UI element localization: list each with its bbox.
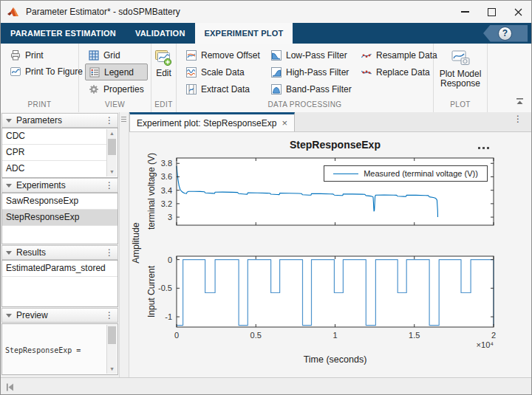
scrollbar-thumb[interactable] <box>108 326 116 344</box>
edit-button[interactable]: Edit <box>151 47 176 78</box>
figure-canvas: 33.23.43.63.800.511.520-0.5-1 StepRespon… <box>129 132 531 377</box>
bottom-y-axis-label: Input Current <box>146 266 157 317</box>
tab-validation[interactable]: VALIDATION <box>126 23 195 44</box>
main-area: Parameters ⋮ CDC CPR ADC ▲ ▼ Experiments… <box>1 112 531 377</box>
svg-text:0: 0 <box>174 331 179 340</box>
status-bar <box>1 377 531 395</box>
parameters-menu-icon[interactable]: ⋮ <box>105 117 114 124</box>
ribbon-group-view: Grid Legend Properties VIEW <box>79 44 151 112</box>
list-item[interactable]: ADC <box>2 161 107 176</box>
scrollbar-thumb[interactable] <box>108 139 116 155</box>
preview-menu-icon[interactable]: ⋮ <box>105 312 114 319</box>
svg-text:3.6: 3.6 <box>161 172 172 181</box>
print-to-figure-button[interactable]: Print To Figure <box>7 63 75 79</box>
collapse-sidebar-button[interactable] <box>5 382 15 395</box>
svg-text:3.2: 3.2 <box>161 199 172 208</box>
high-pass-filter-button[interactable]: High-Pass Filter <box>267 64 353 80</box>
extract-data-button[interactable]: Extract Data <box>183 81 263 97</box>
high-pass-filter-icon <box>270 66 282 78</box>
top-y-axis-label: terminal voltage (V) <box>146 153 157 230</box>
scroll-down-icon[interactable]: ▼ <box>107 365 117 374</box>
list-item[interactable]: EstimatedParams_stored <box>2 261 117 277</box>
experiments-menu-icon[interactable]: ⋮ <box>105 182 114 189</box>
document-tab-label: Experiment plot: StepResponseExp <box>137 118 276 128</box>
x-axis-label: Time (seconds) <box>177 354 494 365</box>
plot-title: StepResponseExp <box>177 139 494 151</box>
scroll-down-icon[interactable]: ▼ <box>107 168 117 176</box>
preview-scrollbar[interactable]: ▼ <box>106 325 117 374</box>
maximize-button[interactable] <box>478 1 505 23</box>
preview-pane: StepResponseExp = ' Measured output sign… <box>1 323 118 375</box>
window-title: Parameter Estimator* - sdoSPMBattery <box>26 7 180 17</box>
scroll-up-icon[interactable]: ▲ <box>107 129 117 138</box>
matlab-logo-icon <box>7 6 20 18</box>
low-pass-filter-button[interactable]: Low-Pass Filter <box>267 47 353 63</box>
results-panel-header[interactable]: Results ⋮ <box>1 245 118 260</box>
print-button[interactable]: Print <box>7 47 75 63</box>
plot-model-response-button[interactable]: Plot Model Response <box>434 47 487 89</box>
remove-offset-button[interactable]: Remove Offset <box>183 47 263 63</box>
ribbon-group-edit: Edit EDIT <box>151 44 177 112</box>
document-tab[interactable]: Experiment plot: StepResponseExp × <box>129 112 295 131</box>
parameters-scrollbar[interactable]: ▲ ▼ <box>106 129 117 176</box>
extract-data-icon <box>185 83 197 95</box>
list-item-empty[interactable] <box>2 226 117 241</box>
band-pass-filter-icon <box>270 83 282 95</box>
resample-data-button[interactable]: Resample Data <box>358 47 430 63</box>
plot-legend[interactable]: Measured (terminal voltage (V)) <box>324 165 488 182</box>
grid-button[interactable]: Grid <box>85 47 148 63</box>
minimize-button[interactable] <box>451 1 478 23</box>
svg-text:-0.5: -0.5 <box>158 284 172 292</box>
document-menu-icon[interactable]: ⋮ <box>514 116 522 122</box>
ribbon-group-print: Print Print To Figure PRINT <box>1 44 79 112</box>
preview-line: StepResponseExp = <box>5 346 115 356</box>
help-icon: ? <box>498 27 512 41</box>
experiments-panel-title: Experiments <box>16 180 66 190</box>
legend-icon <box>89 66 100 78</box>
properties-button[interactable]: Properties <box>85 81 148 97</box>
svg-text:-1: -1 <box>165 312 172 321</box>
ribbon-group-data-processing: Remove Offset Scale Data Extract Data Lo… <box>177 44 434 112</box>
preview-panel-header[interactable]: Preview ⋮ <box>1 308 118 323</box>
collapse-ribbon-icon <box>516 97 524 105</box>
tab-experiment-plot[interactable]: EXPERIMENT PLOT <box>195 23 293 44</box>
collapse-ribbon-button[interactable] <box>516 95 524 108</box>
plot-options-icon[interactable] <box>478 147 489 149</box>
svg-text:2: 2 <box>491 331 496 340</box>
collapse-triangle-icon <box>6 184 12 188</box>
panel-splitter[interactable] <box>119 112 129 377</box>
svg-text:3.8: 3.8 <box>161 159 172 168</box>
remove-offset-icon <box>185 49 197 61</box>
list-item[interactable]: CDC <box>2 128 107 145</box>
legend-line-sample <box>333 174 358 174</box>
list-item[interactable]: CPR <box>2 145 107 161</box>
preview-panel-title: Preview <box>16 310 48 320</box>
experiments-list: SawResponseExp StepResponseExp <box>1 193 118 244</box>
close-button[interactable] <box>505 1 531 23</box>
results-menu-icon[interactable]: ⋮ <box>105 249 114 256</box>
document-tab-close-icon[interactable]: × <box>282 117 287 128</box>
edit-group-label: EDIT <box>151 100 176 112</box>
resample-data-icon <box>361 49 372 61</box>
collapse-left-icon <box>5 382 15 392</box>
experiments-panel-header[interactable]: Experiments ⋮ <box>1 178 118 193</box>
print-to-figure-icon <box>10 66 21 78</box>
parameters-list: CDC CPR ADC ▲ ▼ <box>1 128 118 178</box>
results-list: EstimatedParams_stored <box>1 260 118 307</box>
x-axis-multiplier: ×10⁴ <box>447 340 494 349</box>
parameters-panel-header[interactable]: Parameters ⋮ <box>1 113 118 128</box>
band-pass-filter-button[interactable]: Band-Pass Filter <box>267 81 353 97</box>
list-item-selected[interactable]: StepResponseExp <box>2 210 117 226</box>
tab-parameter-estimation[interactable]: PARAMETER ESTIMATION <box>1 23 126 44</box>
printer-icon <box>10 49 21 61</box>
list-item[interactable]: SawResponseExp <box>2 193 117 210</box>
plot-model-response-icon <box>451 49 471 67</box>
replace-data-button[interactable]: Replace Data <box>358 64 430 80</box>
scale-data-button[interactable]: Scale Data <box>183 64 263 80</box>
low-pass-filter-icon <box>270 49 282 61</box>
close-icon <box>514 8 522 16</box>
ribbon-group-plot: Plot Model Response PLOT <box>434 44 488 112</box>
legend-button[interactable]: Legend <box>85 63 148 80</box>
help-button[interactable]: ? <box>483 25 528 42</box>
data-processing-group-label: DATA PROCESSING <box>177 100 433 112</box>
